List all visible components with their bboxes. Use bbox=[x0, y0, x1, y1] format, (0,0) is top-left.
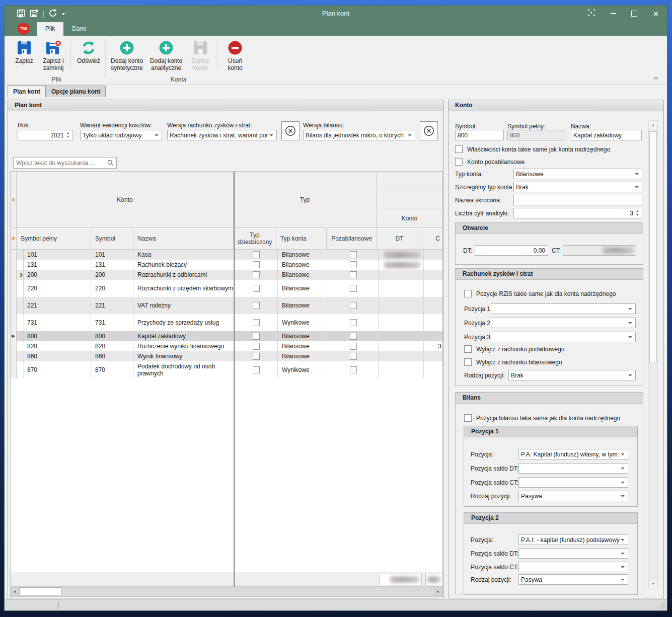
chk-same-props[interactable]: Właściwości konta takie same jak konta n… bbox=[455, 145, 610, 153]
maximize-icon[interactable] bbox=[631, 11, 637, 17]
scroll-down-arrow-icon[interactable]: ▼ bbox=[649, 579, 657, 588]
spinner-arrows-icon[interactable]: ▲▼ bbox=[634, 209, 640, 217]
dodaj-konto-analityczne-button[interactable]: Dodaj konto analityczne bbox=[146, 39, 186, 72]
poz1-saldo-dt-dropdown[interactable] bbox=[518, 463, 628, 474]
save-close-icon[interactable] bbox=[30, 9, 39, 20]
chk-pozabilansowe[interactable]: Konto pozabilansowe bbox=[455, 158, 525, 166]
tab-opcje-planu-kont[interactable]: Opcje planu kont bbox=[46, 86, 106, 97]
rodzaj-pozycji-dropdown[interactable]: Brak bbox=[508, 370, 636, 380]
checkbox-pozabilansowe[interactable] bbox=[350, 251, 357, 258]
table-row[interactable]: ❯200200Rozrachunki z odbiorcamiBilansowe bbox=[11, 270, 442, 280]
checkbox-pozabilansowe[interactable] bbox=[350, 333, 357, 340]
dodaj-konto-syntetyczne-button[interactable]: Dodaj konto syntetyczne bbox=[107, 39, 146, 72]
table-row[interactable]: 101101KasaBilansowe bbox=[11, 250, 442, 260]
otwarcie-dt-input[interactable]: 0,00 bbox=[475, 245, 548, 256]
column-pozabilansowe[interactable]: Pozabilansowe bbox=[327, 228, 377, 250]
ribbon-tab-dane[interactable]: Dane bbox=[63, 22, 95, 36]
column-symbol[interactable]: Symbol bbox=[91, 228, 133, 250]
nazwa-skrocona-input[interactable] bbox=[513, 195, 642, 205]
ribbon-tab-plik[interactable]: Plik bbox=[37, 22, 63, 36]
chk-rzis-same[interactable]: Pozycje RZiS takie same jak dla konta na… bbox=[464, 290, 616, 297]
checkbox-pozabilansowe[interactable] bbox=[350, 271, 357, 278]
clear-rzis-button[interactable] bbox=[281, 121, 300, 140]
column-dt[interactable]: DT bbox=[377, 228, 422, 250]
search-input[interactable] bbox=[14, 160, 107, 167]
wariant-dropdown[interactable]: Tylko układ rodzajowy bbox=[80, 130, 162, 140]
poz2-pozycja-dropdown[interactable]: P.A.I: - kapitał (fundusz) podstawowy bbox=[518, 534, 628, 545]
checkbox-icon[interactable] bbox=[464, 358, 472, 366]
checkbox-typ-dziedziczony[interactable] bbox=[253, 251, 260, 258]
checkbox-pozabilansowe[interactable] bbox=[350, 261, 357, 268]
app-logo[interactable]: TM bbox=[18, 23, 30, 35]
pozycja1-dropdown[interactable] bbox=[491, 303, 636, 314]
band-otwarcie-clipped[interactable] bbox=[377, 172, 442, 190]
column-ct-clipped[interactable]: C bbox=[422, 228, 442, 250]
wersja-rzis-dropdown[interactable]: Rachunek zysków i strat, wariant poró bbox=[167, 130, 277, 140]
checkbox-typ-dziedziczony[interactable] bbox=[253, 261, 260, 268]
checkbox-typ-dziedziczony[interactable] bbox=[253, 285, 260, 292]
scroll-right-arrow-icon[interactable]: ▸ bbox=[434, 587, 442, 596]
close-icon[interactable]: ✕ bbox=[652, 10, 659, 18]
checkbox-icon[interactable] bbox=[464, 290, 472, 297]
wersja-bilansu-dropdown[interactable]: Bilans dla jednostek mikro, o których bbox=[303, 130, 415, 140]
clear-bilans-button[interactable] bbox=[420, 121, 438, 140]
horizontal-scrollbar[interactable]: ◂ ▸ bbox=[11, 587, 442, 596]
checkbox-icon[interactable] bbox=[464, 414, 472, 422]
scroll-up-arrow-icon[interactable]: ▲ bbox=[649, 121, 657, 129]
checkbox-typ-dziedziczony[interactable] bbox=[253, 333, 260, 340]
rok-spinner[interactable]: 2021 ▲▼ bbox=[18, 130, 73, 140]
frozen-column-splitter[interactable] bbox=[234, 172, 235, 587]
checkbox-icon[interactable] bbox=[455, 145, 463, 153]
band-typ[interactable]: Typ bbox=[234, 172, 377, 228]
checkbox-pozabilansowe[interactable] bbox=[350, 366, 357, 373]
poz2-saldo-ct-dropdown[interactable] bbox=[518, 562, 628, 572]
szczegolny-typ-dropdown[interactable]: Brak bbox=[513, 182, 642, 192]
ribbon-collapse-chevron-icon[interactable] bbox=[653, 73, 659, 82]
column-typ-dziedziczony[interactable]: Typ dziedziczony bbox=[234, 228, 276, 250]
table-row[interactable]: 131131Rachunek bieżącyBilansowe bbox=[11, 260, 442, 270]
table-row[interactable]: 731731Przychody ze sprzedaży usługWyniko… bbox=[11, 314, 442, 331]
minimize-icon[interactable] bbox=[611, 13, 616, 14]
column-nazwa[interactable]: Nazwa bbox=[133, 228, 234, 250]
checkbox-pozabilansowe[interactable] bbox=[350, 353, 357, 360]
checkbox-typ-dziedziczony[interactable] bbox=[253, 271, 260, 278]
checkbox-icon[interactable] bbox=[464, 345, 472, 353]
poz1-rodzaj-dropdown[interactable]: Pasywa bbox=[518, 491, 628, 501]
chk-wylacz-bilansowy[interactable]: Wyłącz z rachunku bilansowego bbox=[464, 358, 562, 366]
checkbox-typ-dziedziczony[interactable] bbox=[253, 366, 260, 373]
pozycja3-dropdown[interactable] bbox=[491, 332, 636, 342]
horizontal-scrollbar-thumb[interactable] bbox=[19, 587, 61, 595]
checkbox-pozabilansowe[interactable] bbox=[350, 343, 357, 350]
table-row[interactable]: ▶800800Kapitał zakładowyBilansowe bbox=[11, 331, 442, 341]
table-row[interactable]: 820820Rozliczenie wyniku finansowegoBila… bbox=[11, 341, 442, 351]
capture-icon[interactable] bbox=[587, 9, 595, 19]
poz2-saldo-dt-dropdown[interactable] bbox=[518, 548, 628, 559]
table-row[interactable]: 860860Wynik finansowyBilansowe bbox=[11, 351, 442, 361]
poz2-rodzaj-dropdown[interactable]: Pasywa bbox=[518, 574, 628, 585]
chk-bilans-same[interactable]: Pozycja bilansu taka sama jak dla konta … bbox=[464, 414, 620, 422]
zapisz-i-zamknij-button[interactable]: Zapisz i zamknij bbox=[39, 39, 68, 72]
spinner-arrows-icon[interactable]: ▲▼ bbox=[65, 131, 71, 139]
poz1-pozycja-dropdown[interactable]: P.A: Kapitał (fundusz) własny, w tym: bbox=[518, 449, 628, 459]
scroll-left-arrow-icon[interactable]: ◂ bbox=[11, 587, 19, 596]
table-row[interactable]: 870870Podatek dochodowy od osób prawnych… bbox=[11, 361, 442, 378]
band-otwarcie-konto[interactable]: Konto bbox=[377, 209, 442, 228]
typ-konta-dropdown[interactable]: Bilansowe bbox=[513, 169, 642, 179]
table-row[interactable]: 220220Rozrachunki z urzędem skarbowymBil… bbox=[11, 280, 442, 297]
pozycja2-dropdown[interactable] bbox=[491, 318, 636, 328]
resize-grip-icon[interactable] bbox=[658, 602, 664, 608]
checkbox-typ-dziedziczony[interactable] bbox=[253, 343, 260, 350]
usun-konto-button[interactable]: Usuń konto bbox=[220, 39, 250, 72]
expand-row-icon[interactable]: ❯ bbox=[19, 271, 23, 278]
band-konto[interactable]: Konto bbox=[17, 172, 234, 228]
checkbox-typ-dziedziczony[interactable] bbox=[253, 319, 260, 326]
refresh-icon[interactable] bbox=[48, 9, 57, 20]
checkbox-icon[interactable] bbox=[455, 158, 463, 166]
tab-plan-kont[interactable]: Plan kont bbox=[8, 85, 46, 97]
table-row[interactable]: 221221VAT należnyBilansowe bbox=[11, 297, 442, 314]
column-symbol-pelny[interactable]: Symbol pełny bbox=[17, 228, 91, 250]
checkbox-pozabilansowe[interactable] bbox=[350, 302, 357, 309]
checkbox-pozabilansowe[interactable] bbox=[350, 319, 357, 326]
odswiez-button[interactable]: Odśwież bbox=[73, 39, 104, 65]
checkbox-pozabilansowe[interactable] bbox=[350, 285, 357, 292]
